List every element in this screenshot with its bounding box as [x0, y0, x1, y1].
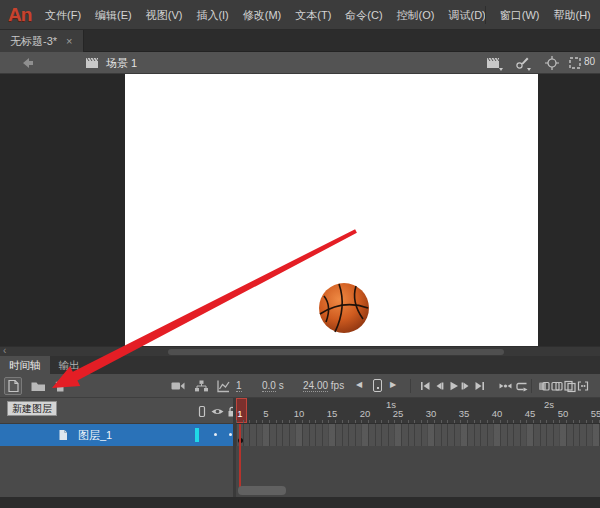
delete-layer-button[interactable] [51, 377, 69, 395]
ruler-frame-number: 35 [459, 408, 470, 419]
timeline-panel-tabs: 时间轴 输出 [0, 356, 600, 374]
pasteboard[interactable] [0, 74, 600, 346]
scroll-left-icon[interactable]: ‹ [3, 345, 6, 356]
scene-name-label: 场景 1 [106, 56, 137, 71]
close-icon[interactable]: × [66, 35, 72, 47]
show-hide-all-layers-icon[interactable] [210, 405, 225, 418]
stage-horizontal-scrollbar[interactable]: ‹ [0, 346, 600, 356]
menu-item-text[interactable]: 文本(T) [288, 0, 338, 30]
playhead-line[interactable] [239, 424, 241, 488]
tab-output[interactable]: 输出 [50, 356, 89, 374]
go-to-last-frame-button[interactable] [471, 377, 489, 395]
menubar-divider [485, 6, 486, 24]
timeline-panel: 时间轴 输出 1 0.0 s 24.00 [0, 356, 600, 508]
menu-item-insert[interactable]: 插入(I) [189, 0, 235, 30]
back-arrow-icon[interactable] [20, 55, 36, 71]
zoom-level-value[interactable]: 80 [584, 56, 595, 67]
current-frame-value[interactable]: 1 [236, 380, 242, 391]
elapsed-time-value[interactable]: 0.0 s [262, 380, 284, 391]
ruler-frame-number: 5 [263, 408, 268, 419]
document-tab[interactable]: 无标题-3* × [0, 30, 84, 52]
timeline-ruler[interactable]: 1s 2s 1 5 10 15 20 25 30 35 40 45 50 55 [236, 398, 600, 424]
camera-column-icon[interactable] [196, 405, 208, 418]
menu-bar: An 文件(F) 编辑(E) 视图(V) 插入(I) 修改(M) 文本(T) 命… [0, 0, 600, 30]
layer-parenting-button[interactable] [192, 377, 210, 395]
animate-window: An 文件(F) 编辑(E) 视图(V) 插入(I) 修改(M) 文本(T) 命… [0, 0, 600, 508]
document-tab-bar: 无标题-3* × [0, 30, 600, 52]
document-title: 无标题-3* [10, 34, 57, 49]
edit-scene-icon[interactable] [486, 55, 504, 71]
layer-depth-button[interactable] [214, 377, 232, 395]
menu-items: 文件(F) 编辑(E) 视图(V) 插入(I) 修改(M) 文本(T) 命令(C… [38, 0, 598, 30]
menu-item-commands[interactable]: 命令(C) [338, 0, 389, 30]
scene-clapperboard-icon [84, 55, 100, 71]
menu-item-window[interactable]: 窗口(W) [493, 0, 547, 30]
menu-item-control[interactable]: 控制(O) [390, 0, 442, 30]
menu-item-help[interactable]: 帮助(H) [547, 0, 598, 30]
camera-button[interactable] [169, 377, 187, 395]
toolbar-divider [410, 379, 411, 393]
stage-scrollbar-thumb[interactable] [168, 349, 504, 355]
ruler-frame-number: 50 [558, 408, 569, 419]
new-layer-tooltip: 新建图层 [7, 401, 57, 416]
edit-symbols-icon[interactable] [514, 55, 532, 71]
layer1-frames-row[interactable] [236, 424, 600, 446]
new-layer-button[interactable] [4, 377, 22, 395]
ruler-frame-number: 45 [525, 408, 536, 419]
loop-playback-button[interactable] [513, 377, 531, 395]
menu-item-edit[interactable]: 编辑(E) [88, 0, 139, 30]
toolbar-divider [531, 379, 532, 393]
shift-frames-right-icon[interactable]: ▶ [390, 380, 396, 389]
layer-visibility-dot[interactable] [214, 433, 217, 436]
ruler-ticks [236, 420, 600, 423]
layer-page-icon [57, 429, 69, 441]
layer-list-empty-area[interactable] [0, 446, 233, 497]
layer-color-indicator [195, 428, 199, 442]
ruler-frame-number: 25 [393, 408, 404, 419]
basketball-graphic[interactable] [318, 282, 370, 334]
ruler-frame-number: 15 [327, 408, 338, 419]
menu-item-view[interactable]: 视图(V) [139, 0, 190, 30]
center-stage-icon[interactable] [544, 55, 560, 71]
layer-row-layer1[interactable]: 图层_1 [0, 424, 233, 446]
app-logo[interactable]: An [0, 4, 38, 26]
timeline-scrollbar-thumb[interactable] [238, 486, 286, 495]
clip-content-icon[interactable] [567, 55, 583, 71]
ruler-frame-number: 40 [492, 408, 503, 419]
ruler-frame-number: 55 [591, 408, 600, 419]
scene-bar: 场景 1 80 [0, 52, 600, 74]
new-folder-button[interactable] [29, 377, 47, 395]
shift-frames-left-icon[interactable]: ◀ [356, 380, 362, 389]
timeline-toolbar: 1 0.0 s 24.00 fps ◀ ▶ [0, 374, 600, 398]
ruler-frame-number: 30 [426, 408, 437, 419]
frames-empty-area[interactable] [236, 446, 600, 497]
tab-timeline[interactable]: 时间轴 [0, 356, 50, 374]
layer-name[interactable]: 图层_1 [78, 428, 112, 443]
auto-keyframe-toggle[interactable] [373, 379, 382, 392]
ruler-frame-number: 20 [360, 408, 371, 419]
layer-lock-dot[interactable] [229, 433, 232, 436]
center-playhead-button[interactable] [496, 377, 514, 395]
second-mark: 2s [544, 399, 554, 410]
ruler-frame-number: 1 [237, 408, 242, 419]
ruler-frame-number: 10 [294, 408, 305, 419]
timeline-bottom-edge [0, 497, 600, 508]
stage-canvas[interactable] [125, 74, 538, 346]
frame-rate-value[interactable]: 24.00 fps [303, 380, 344, 391]
modify-markers-button[interactable] [574, 377, 592, 395]
menu-item-modify[interactable]: 修改(M) [236, 0, 289, 30]
menu-item-file[interactable]: 文件(F) [38, 0, 88, 30]
